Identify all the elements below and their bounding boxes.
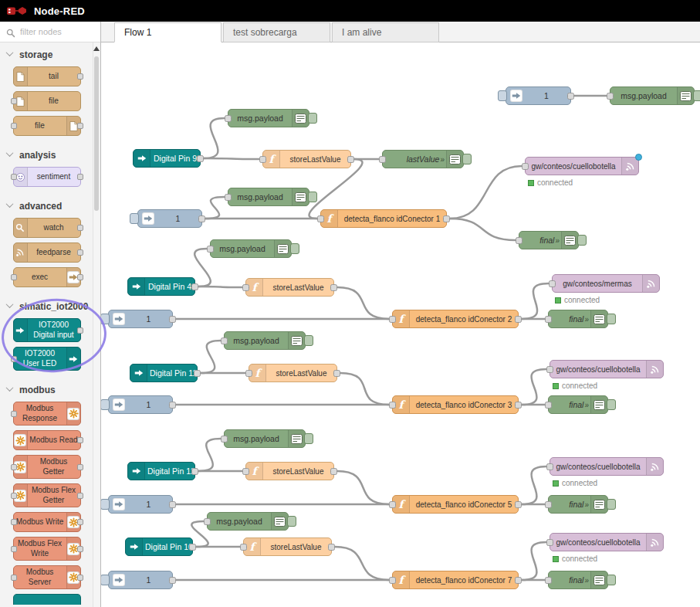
port-out[interactable] [333, 370, 340, 377]
debug-toggle-button[interactable] [308, 192, 317, 202]
flow-node-final1[interactable]: final» [519, 231, 579, 249]
scrollbar-thumb[interactable] [94, 56, 99, 211]
flow-node-mqtt4[interactable]: gw/conteos/cuellobotellaconnected [550, 457, 664, 476]
flow-node-final4[interactable]: final» [548, 495, 608, 514]
inject-button[interactable] [100, 399, 110, 410]
port-out[interactable] [194, 370, 201, 377]
debug-toggle-button[interactable] [693, 90, 700, 101]
flow-node-store5[interactable]: fstoreLastValue [243, 537, 332, 556]
flow-canvas[interactable]: 1msg.payloadmsg.payloadDigital Pin 9fsto… [101, 42, 700, 607]
flow-node-det5[interactable]: fdetecta_flanco idConector 7 [392, 571, 519, 589]
port-in[interactable] [240, 544, 247, 551]
palette-node-modbus-flex-write[interactable]: Modbus Flex Write [13, 537, 81, 561]
tab-test-sobrecarga[interactable]: test sobrecarga [223, 22, 330, 42]
inject-button[interactable] [498, 90, 507, 101]
flow-node-mqtt2[interactable]: gw/conteos/mermasconnected [552, 274, 660, 293]
flow-node-mqtt5[interactable]: gw/conteos/cuellobotellaconnected [550, 533, 664, 551]
port-in[interactable] [225, 115, 232, 122]
debug-toggle-button[interactable] [607, 575, 616, 585]
port-in[interactable] [545, 577, 552, 584]
flow-node-inject-2[interactable]: 1 [108, 310, 173, 328]
port-out[interactable] [189, 544, 196, 551]
palette-node-modbus-response[interactable]: Modbus Response [13, 402, 81, 426]
flow-node-final2[interactable]: final» [548, 310, 608, 328]
port-in[interactable] [516, 237, 522, 244]
palette-node-sentiment[interactable]: sentiment [13, 167, 81, 187]
palette-node-file[interactable]: file [13, 91, 81, 111]
flow-node-det2[interactable]: fdetecta_flanco idConector 2 [392, 310, 519, 328]
debug-toggle-button[interactable] [308, 113, 317, 124]
port-in[interactable] [545, 316, 552, 323]
inject-button[interactable] [100, 499, 110, 510]
flow-node-store4[interactable]: fstoreLastValue [245, 462, 334, 480]
flow-node-inject-3[interactable]: 1 [108, 395, 173, 414]
port-in[interactable] [245, 370, 252, 377]
port-in[interactable] [225, 194, 232, 201]
port-out[interactable] [169, 577, 176, 584]
port-out[interactable] [330, 468, 337, 475]
port-in[interactable] [546, 539, 553, 546]
flow-node-final5[interactable]: final» [548, 571, 608, 589]
flow-node-debug-4[interactable]: msg.payload [224, 331, 306, 350]
port-in[interactable] [546, 366, 553, 373]
palette-category-modbus[interactable]: modbus [0, 380, 93, 399]
port-in[interactable] [317, 215, 324, 222]
flow-node-pin10[interactable]: Digital Pin 10 [125, 537, 193, 556]
port-out[interactable] [197, 155, 204, 162]
port-in[interactable] [389, 316, 396, 323]
palette-node-feedparse[interactable]: feedparse [13, 242, 81, 263]
debug-toggle-button[interactable] [290, 243, 299, 254]
flow-node-pin12[interactable]: Digital Pin 12 [127, 462, 195, 480]
debug-toggle-button[interactable] [287, 516, 296, 527]
port-in[interactable] [207, 246, 214, 253]
flow-node-pin9[interactable]: Digital Pin 9 [133, 149, 201, 168]
port-in[interactable] [221, 337, 228, 344]
debug-toggle-button[interactable] [304, 335, 313, 346]
tab-flow-1[interactable]: Flow 1 [114, 22, 221, 42]
palette-node-modbus-write[interactable]: Modbus Write [13, 512, 81, 532]
debug-toggle-button[interactable] [607, 499, 616, 510]
port-in[interactable] [242, 468, 249, 475]
port-out[interactable] [515, 402, 522, 409]
flow-node-inject-4[interactable]: 1 [108, 495, 173, 514]
port-out[interactable] [191, 283, 198, 290]
palette-category-analysis[interactable]: analysis [0, 145, 93, 164]
flow-node-pin11[interactable]: Digital Pin 11 [130, 364, 198, 382]
port-in[interactable] [607, 93, 614, 100]
flow-node-det3[interactable]: fdetecta_flanco idConector 3 [392, 395, 519, 414]
scroll-up-arrow-icon[interactable] [93, 46, 100, 51]
debug-toggle-button[interactable] [607, 399, 616, 410]
flow-node-debug-3[interactable]: msg.payload [210, 239, 292, 258]
flow-node-inject-top[interactable]: 1 [506, 86, 571, 105]
palette-category-storage[interactable]: storage [0, 45, 93, 64]
flow-node-pin4[interactable]: Digital Pin 4 [127, 277, 195, 296]
port-in[interactable] [545, 501, 552, 508]
flow-node-inject-5[interactable]: 1 [108, 571, 173, 589]
flow-node-debug-2[interactable]: msg.payload [228, 188, 309, 206]
flow-node-det4[interactable]: fdetecta_flanco idConector 5 [392, 495, 519, 514]
flow-node-debug-top[interactable]: msg.payload [610, 86, 695, 105]
palette-node-modbus-getter[interactable]: Modbus Getter [13, 455, 81, 479]
port-out[interactable] [328, 544, 335, 551]
inject-button[interactable] [100, 575, 110, 585]
port-out[interactable] [567, 93, 574, 100]
flow-node-mqtt3[interactable]: gw/conteos/cuellobotellaconnected [550, 360, 664, 378]
port-in[interactable] [546, 463, 553, 470]
palette-category-advanced[interactable]: advanced [0, 196, 93, 215]
debug-toggle-button[interactable] [577, 235, 587, 246]
port-out[interactable] [198, 215, 205, 222]
inject-button[interactable] [100, 314, 110, 324]
port-in[interactable] [379, 156, 386, 163]
port-in[interactable] [545, 402, 552, 409]
port-out[interactable] [330, 284, 337, 291]
port-out[interactable] [515, 501, 522, 508]
palette-node-iot2000-digital-input[interactable]: IOT2000 Digital input [13, 318, 81, 342]
port-out[interactable] [169, 501, 176, 508]
port-out[interactable] [191, 468, 198, 475]
flow-node-det1[interactable]: fdetecta_flanco idConector 1 [320, 209, 447, 228]
port-out[interactable] [347, 156, 354, 163]
port-out[interactable] [515, 577, 522, 584]
palette-node-watch[interactable]: watch [13, 218, 81, 238]
port-in[interactable] [389, 501, 396, 508]
palette-category-simatic-iot2000[interactable]: simatic_iot2000 [0, 297, 93, 316]
